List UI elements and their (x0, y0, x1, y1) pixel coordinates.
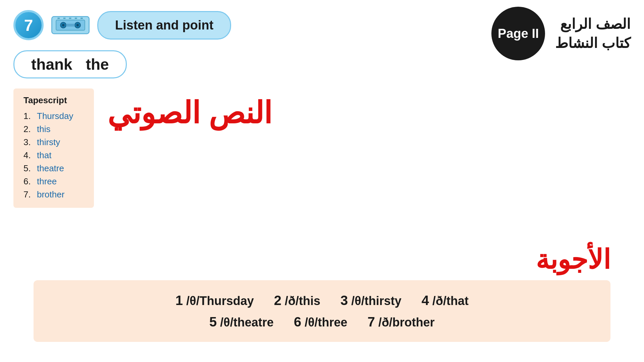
item-word: Thursday (37, 111, 73, 121)
arabic-book: كتاب النشاط (555, 35, 631, 51)
item-num: 5. (23, 163, 33, 174)
list-item: 2.this (23, 123, 84, 136)
word-the: the (86, 55, 109, 73)
answers-box: 1 /θ/Thursday 2 /ð/this 3 /θ/thirsty 4 /… (34, 280, 610, 342)
svg-point-5 (76, 24, 79, 26)
item-num: 6. (23, 176, 33, 187)
item-word: three (37, 176, 57, 187)
cassette-icon (50, 13, 91, 37)
answer-5: 5 /θ/theatre (209, 311, 274, 333)
answers-row-2: 5 /θ/theatre 6 /θ/three 7 /ð/brother (54, 311, 590, 333)
answer-1: 1 /θ/Thursday (175, 290, 254, 311)
item-word: this (37, 124, 50, 134)
item-word: thirsty (37, 137, 60, 147)
svg-rect-10 (75, 18, 77, 19)
item-num: 2. (23, 124, 33, 134)
exercise-number: 7 (13, 10, 44, 40)
tapescript-list: 1.Thursday 2.this 3.thirsty 4.that 5.the… (23, 110, 84, 201)
answer-3: 3 /θ/thirsty (340, 290, 401, 311)
arabic-grade: الصف الرابع (560, 16, 631, 32)
item-num: 7. (23, 189, 33, 200)
tapescript-title: Tapescript (23, 95, 84, 106)
svg-rect-8 (63, 18, 66, 19)
answers-section: الأجوبة 1 /θ/Thursday 2 /ð/this 3 /θ/thi… (0, 244, 644, 342)
main-content: Tapescript 1.Thursday 2.this 3.thirsty 4… (0, 85, 644, 211)
list-item: 7.brother (23, 188, 84, 201)
words-box: thank the (13, 50, 127, 78)
svg-rect-7 (57, 18, 60, 19)
item-word: that (37, 150, 51, 161)
page-number: Page II (491, 7, 545, 60)
svg-point-3 (62, 24, 64, 26)
svg-rect-11 (80, 18, 83, 19)
list-item: 6.three (23, 175, 84, 188)
item-word: theatre (37, 163, 64, 174)
listen-and-point-label: Listen and point (97, 11, 231, 40)
word-thank: thank (31, 55, 72, 73)
tapescript-box: Tapescript 1.Thursday 2.this 3.thirsty 4… (13, 88, 94, 208)
arabic-audio-text: النص الصوتي (107, 95, 272, 130)
list-item: 1.Thursday (23, 110, 84, 123)
svg-rect-9 (69, 18, 71, 19)
arabic-labels: الصف الرابع كتاب النشاط (555, 16, 631, 51)
item-num: 4. (23, 150, 33, 161)
answers-row-1: 1 /θ/Thursday 2 /ð/this 3 /θ/thirsty 4 /… (54, 290, 590, 311)
answer-6: 6 /θ/three (294, 311, 347, 333)
item-num: 1. (23, 111, 33, 121)
answers-title: الأجوبة (13, 244, 631, 275)
list-item: 3.thirsty (23, 136, 84, 149)
answer-2: 2 /ð/this (274, 290, 320, 311)
item-num: 3. (23, 137, 33, 147)
right-header: Page II الصف الرابع كتاب النشاط (491, 7, 631, 60)
svg-rect-6 (66, 24, 75, 27)
list-item: 4.that (23, 149, 84, 162)
answer-7: 7 /ð/brother (368, 311, 435, 333)
words-pill: thank the (13, 50, 127, 78)
list-item: 5.theatre (23, 162, 84, 175)
item-word: brother (37, 189, 64, 200)
answer-4: 4 /ð/that (422, 290, 469, 311)
